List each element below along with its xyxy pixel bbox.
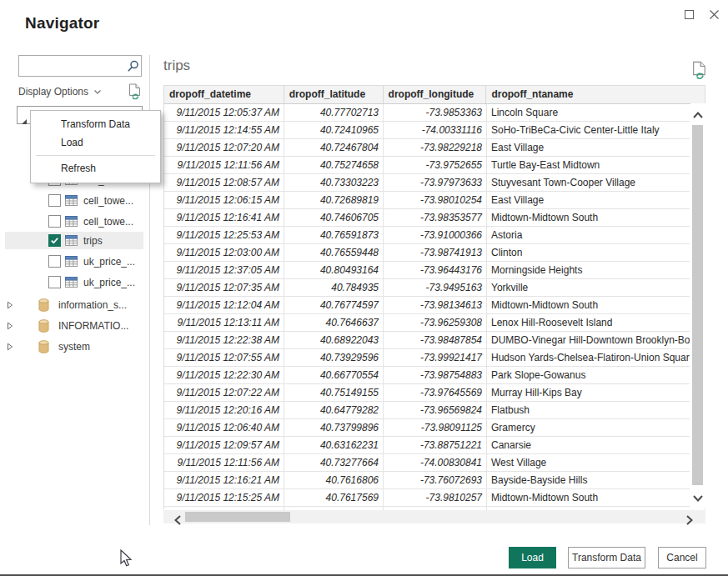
cell-dropoff_ntaname: Clinton	[487, 244, 690, 261]
table-row: 9/11/2015 12:11:56 AM40.75274658-73.9752…	[164, 157, 690, 174]
maximize-button[interactable]	[681, 7, 696, 22]
database-icon	[38, 298, 49, 312]
preview-table-body: 9/11/2015 12:05:37 AM40.77702713-73.9853…	[164, 104, 690, 510]
transform-data-button[interactable]: Transform Data	[568, 547, 645, 568]
scroll-down-icon[interactable]	[693, 490, 703, 505]
search-input[interactable]	[19, 56, 124, 76]
cell-dropoff_datetime: 9/11/2015 12:16:21 AM	[164, 472, 284, 488]
cell-dropoff_latitude: 40.73303223	[284, 174, 384, 191]
cell-dropoff_ntaname: Bayside-Bayside Hills	[487, 472, 690, 488]
table-row: 9/11/2015 12:08:57 AM40.73303223-73.9797…	[164, 174, 690, 192]
menu-item-transform-data[interactable]: Transform Data	[31, 115, 160, 133]
cell-dropoff_ntaname: Midtown-Midtown South	[487, 209, 690, 226]
cell-dropoff_ntaname: Gramercy	[487, 419, 690, 436]
table-row: 9/11/2015 12:07:35 AM40.784935-73.949516…	[164, 279, 690, 297]
cell-dropoff_ntaname: Yorkville	[487, 279, 690, 296]
cell-dropoff_longitude: -73.91000366	[384, 227, 487, 243]
database-icon	[38, 340, 49, 353]
cell-dropoff_latitude: 40.76591873	[284, 227, 384, 243]
refresh-preview-icon[interactable]	[692, 61, 707, 80]
horizontal-scrollbar[interactable]	[163, 510, 705, 523]
cell-dropoff_datetime: 9/11/2015 12:06:15 AM	[164, 192, 284, 208]
cell-dropoff_longitude: -73.9810257	[384, 489, 487, 506]
cell-dropoff_ntaname: Murray Hill-Kips Bay	[487, 384, 690, 401]
cell-dropoff_datetime: 9/11/2015 12:15:25 AM	[164, 489, 284, 506]
cell-dropoff_latitude: 40.76774597	[284, 297, 384, 313]
chevron-down-icon[interactable]	[94, 90, 101, 94]
cell-dropoff_longitude: -73.97973633	[384, 174, 487, 191]
table-row: 9/11/2015 12:14:55 AM40.72410965-74.0033…	[164, 122, 690, 139]
tree-item-system[interactable]: system	[5, 338, 143, 355]
cell-dropoff_datetime: 9/11/2015 12:11:56 AM	[164, 454, 284, 471]
column-header-dropoff-ntaname: dropoff_ntaname	[486, 86, 705, 103]
expand-arrow-icon[interactable]	[7, 343, 15, 351]
checkbox-checked-icon[interactable]	[48, 234, 61, 247]
column-header-dropoff-latitude: dropoff_latitude	[284, 86, 384, 103]
cancel-button[interactable]: Cancel	[658, 547, 706, 568]
table-row: 9/11/2015 12:06:40 AM40.73799896-73.9809…	[164, 419, 690, 437]
search-box[interactable]	[18, 55, 142, 77]
refresh-source-icon[interactable]	[128, 83, 142, 100]
menu-item-load[interactable]: Load	[31, 133, 160, 152]
horizontal-scrollbar-thumb[interactable]	[185, 512, 290, 522]
cell-dropoff_ntaname: Midtown-Midtown South	[487, 297, 690, 313]
vertical-scrollbar-thumb[interactable]	[692, 125, 703, 485]
cell-dropoff_ntaname: East Village	[487, 192, 690, 208]
menu-separator	[36, 155, 155, 156]
table-row: 9/11/2015 12:12:04 AM40.76774597-73.9813…	[164, 297, 690, 314]
close-button[interactable]	[706, 7, 721, 22]
tree-item-uk-price[interactable]: uk_price_...	[5, 253, 143, 270]
cell-dropoff_ntaname: Midtown-Midtown South	[487, 489, 690, 506]
cell-dropoff_longitude: -73.98741913	[384, 244, 487, 261]
cell-dropoff_datetime: 9/11/2015 12:25:53 AM	[164, 227, 284, 243]
table-icon	[65, 235, 78, 246]
tree-item-uk-price[interactable]: uk_price_...	[5, 273, 143, 291]
preview-table-header: dropoff_datetime dropoff_latitude dropof…	[164, 86, 705, 104]
table-row: 9/11/2015 12:03:00 AM40.76559448-73.9874…	[164, 244, 690, 262]
tree-item-trips[interactable]: trips	[5, 232, 143, 249]
tree-item-cell-towe[interactable]: cell_towe...	[5, 192, 143, 209]
scroll-left-icon[interactable]	[174, 513, 181, 528]
cell-dropoff_datetime: 9/11/2015 12:20:16 AM	[164, 402, 284, 418]
checkbox-icon[interactable]	[48, 194, 61, 207]
cell-dropoff_longitude: -73.9495163	[384, 279, 487, 296]
cell-dropoff_datetime: 9/11/2015 12:07:22 AM	[164, 384, 284, 401]
dialog-title: Navigator	[25, 14, 99, 33]
cell-dropoff_longitude: -74.00331116	[384, 122, 487, 138]
cell-dropoff_latitude: 40.75274658	[284, 157, 384, 173]
cell-dropoff_longitude: -74.00830841	[384, 454, 487, 471]
menu-item-refresh[interactable]: Refresh	[31, 159, 160, 178]
expanded-arrow-icon[interactable]	[21, 113, 28, 128]
tree-item-informatio[interactable]: INFORMATIO...	[5, 317, 143, 334]
checkbox-icon[interactable]	[48, 276, 61, 288]
navigator-dialog: Navigator Display Options	[0, 0, 728, 576]
table-row: 9/11/2015 12:16:21 AM40.7616806-73.76072…	[164, 472, 690, 489]
tree-item-label: information_s...	[58, 299, 127, 311]
cell-dropoff_latitude: 40.73799896	[284, 419, 384, 436]
checkbox-icon[interactable]	[48, 215, 61, 228]
expand-arrow-icon[interactable]	[7, 322, 15, 330]
cell-dropoff_ntaname: East Village	[487, 139, 690, 156]
tree-item-label: trips	[83, 235, 103, 247]
cell-dropoff_latitude: 40.75149155	[284, 384, 384, 401]
expand-arrow-icon[interactable]	[7, 301, 15, 309]
cell-dropoff_longitude: -73.9752655	[384, 157, 487, 173]
search-icon[interactable]	[124, 60, 141, 73]
load-button[interactable]: Load	[509, 547, 556, 568]
tree-item-cell-towe[interactable]: cell_towe...	[5, 213, 143, 230]
scroll-up-icon[interactable]	[693, 107, 703, 122]
checkbox-icon[interactable]	[48, 255, 61, 268]
cell-dropoff_latitude: 40.74606705	[284, 209, 384, 226]
display-options-dropdown[interactable]: Display Options	[18, 86, 88, 98]
cell-dropoff_datetime: 9/11/2015 12:22:38 AM	[164, 332, 284, 348]
scroll-right-icon[interactable]	[686, 513, 693, 528]
cell-dropoff_longitude: -73.98487854	[384, 332, 487, 348]
table-row: 9/11/2015 12:06:15 AM40.72689819-73.9801…	[164, 192, 690, 209]
cell-dropoff_datetime: 9/11/2015 12:16:41 AM	[164, 209, 284, 226]
cell-dropoff_latitude: 40.77702713	[284, 104, 384, 121]
cell-dropoff_latitude: 40.72689819	[284, 192, 384, 208]
preview-title: trips	[163, 58, 190, 74]
cell-dropoff_ntaname: West Village	[487, 454, 690, 471]
vertical-scrollbar[interactable]	[690, 103, 705, 508]
tree-item-information-s[interactable]: information_s...	[5, 296, 143, 313]
